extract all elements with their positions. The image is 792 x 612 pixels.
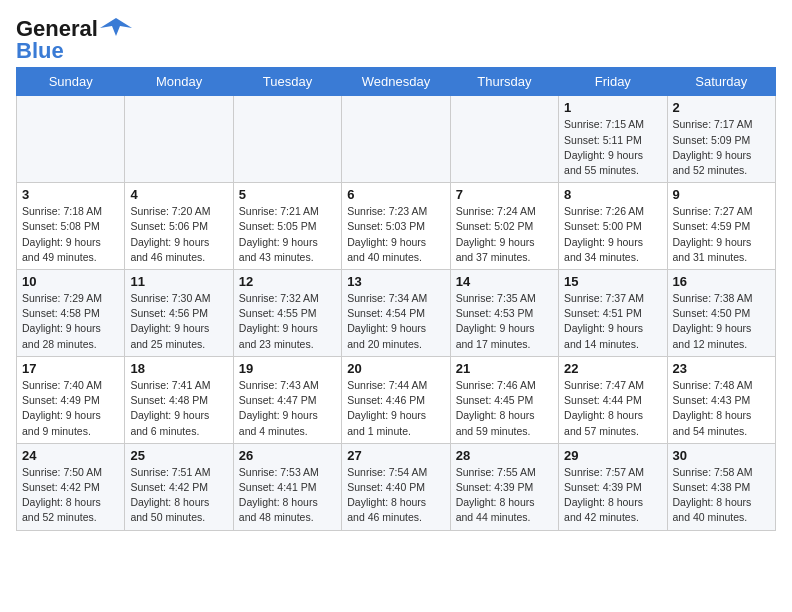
calendar-cell-4-4: 28Sunrise: 7:55 AM Sunset: 4:39 PM Dayli… (450, 443, 558, 530)
day-info: Sunrise: 7:54 AM Sunset: 4:40 PM Dayligh… (347, 465, 444, 526)
calendar-cell-3-0: 17Sunrise: 7:40 AM Sunset: 4:49 PM Dayli… (17, 356, 125, 443)
day-number: 28 (456, 448, 553, 463)
day-info: Sunrise: 7:30 AM Sunset: 4:56 PM Dayligh… (130, 291, 227, 352)
day-number: 23 (673, 361, 770, 376)
day-info: Sunrise: 7:43 AM Sunset: 4:47 PM Dayligh… (239, 378, 336, 439)
day-number: 17 (22, 361, 119, 376)
day-number: 10 (22, 274, 119, 289)
week-row-0: 1Sunrise: 7:15 AM Sunset: 5:11 PM Daylig… (17, 96, 776, 183)
day-number: 29 (564, 448, 661, 463)
day-info: Sunrise: 7:15 AM Sunset: 5:11 PM Dayligh… (564, 117, 661, 178)
day-info: Sunrise: 7:44 AM Sunset: 4:46 PM Dayligh… (347, 378, 444, 439)
calendar-cell-3-6: 23Sunrise: 7:48 AM Sunset: 4:43 PM Dayli… (667, 356, 775, 443)
day-info: Sunrise: 7:41 AM Sunset: 4:48 PM Dayligh… (130, 378, 227, 439)
day-number: 3 (22, 187, 119, 202)
day-info: Sunrise: 7:37 AM Sunset: 4:51 PM Dayligh… (564, 291, 661, 352)
week-row-4: 24Sunrise: 7:50 AM Sunset: 4:42 PM Dayli… (17, 443, 776, 530)
calendar-cell-4-5: 29Sunrise: 7:57 AM Sunset: 4:39 PM Dayli… (559, 443, 667, 530)
calendar-cell-2-5: 15Sunrise: 7:37 AM Sunset: 4:51 PM Dayli… (559, 270, 667, 357)
calendar-table: SundayMondayTuesdayWednesdayThursdayFrid… (16, 67, 776, 530)
day-number: 8 (564, 187, 661, 202)
day-info: Sunrise: 7:17 AM Sunset: 5:09 PM Dayligh… (673, 117, 770, 178)
day-info: Sunrise: 7:51 AM Sunset: 4:42 PM Dayligh… (130, 465, 227, 526)
day-number: 14 (456, 274, 553, 289)
day-number: 5 (239, 187, 336, 202)
day-info: Sunrise: 7:20 AM Sunset: 5:06 PM Dayligh… (130, 204, 227, 265)
weekday-header-wednesday: Wednesday (342, 68, 450, 96)
weekday-header-friday: Friday (559, 68, 667, 96)
calendar-cell-1-4: 7Sunrise: 7:24 AM Sunset: 5:02 PM Daylig… (450, 183, 558, 270)
day-number: 30 (673, 448, 770, 463)
calendar-cell-2-2: 12Sunrise: 7:32 AM Sunset: 4:55 PM Dayli… (233, 270, 341, 357)
day-info: Sunrise: 7:53 AM Sunset: 4:41 PM Dayligh… (239, 465, 336, 526)
calendar-cell-3-1: 18Sunrise: 7:41 AM Sunset: 4:48 PM Dayli… (125, 356, 233, 443)
day-info: Sunrise: 7:32 AM Sunset: 4:55 PM Dayligh… (239, 291, 336, 352)
calendar-cell-2-1: 11Sunrise: 7:30 AM Sunset: 4:56 PM Dayli… (125, 270, 233, 357)
calendar-cell-1-0: 3Sunrise: 7:18 AM Sunset: 5:08 PM Daylig… (17, 183, 125, 270)
calendar-cell-3-2: 19Sunrise: 7:43 AM Sunset: 4:47 PM Dayli… (233, 356, 341, 443)
day-info: Sunrise: 7:50 AM Sunset: 4:42 PM Dayligh… (22, 465, 119, 526)
day-number: 15 (564, 274, 661, 289)
week-row-2: 10Sunrise: 7:29 AM Sunset: 4:58 PM Dayli… (17, 270, 776, 357)
header: General Blue (16, 16, 776, 63)
calendar-cell-1-3: 6Sunrise: 7:23 AM Sunset: 5:03 PM Daylig… (342, 183, 450, 270)
day-info: Sunrise: 7:23 AM Sunset: 5:03 PM Dayligh… (347, 204, 444, 265)
calendar-cell-2-3: 13Sunrise: 7:34 AM Sunset: 4:54 PM Dayli… (342, 270, 450, 357)
weekday-header-thursday: Thursday (450, 68, 558, 96)
day-number: 25 (130, 448, 227, 463)
day-number: 9 (673, 187, 770, 202)
day-info: Sunrise: 7:26 AM Sunset: 5:00 PM Dayligh… (564, 204, 661, 265)
day-info: Sunrise: 7:47 AM Sunset: 4:44 PM Dayligh… (564, 378, 661, 439)
calendar-cell-0-3 (342, 96, 450, 183)
calendar-cell-0-6: 2Sunrise: 7:17 AM Sunset: 5:09 PM Daylig… (667, 96, 775, 183)
week-row-1: 3Sunrise: 7:18 AM Sunset: 5:08 PM Daylig… (17, 183, 776, 270)
calendar-cell-2-6: 16Sunrise: 7:38 AM Sunset: 4:50 PM Dayli… (667, 270, 775, 357)
day-number: 2 (673, 100, 770, 115)
day-info: Sunrise: 7:27 AM Sunset: 4:59 PM Dayligh… (673, 204, 770, 265)
day-number: 16 (673, 274, 770, 289)
day-number: 27 (347, 448, 444, 463)
day-number: 13 (347, 274, 444, 289)
weekday-header-saturday: Saturday (667, 68, 775, 96)
day-info: Sunrise: 7:34 AM Sunset: 4:54 PM Dayligh… (347, 291, 444, 352)
calendar-cell-0-1 (125, 96, 233, 183)
calendar-cell-1-5: 8Sunrise: 7:26 AM Sunset: 5:00 PM Daylig… (559, 183, 667, 270)
day-info: Sunrise: 7:29 AM Sunset: 4:58 PM Dayligh… (22, 291, 119, 352)
calendar-cell-0-2 (233, 96, 341, 183)
day-info: Sunrise: 7:21 AM Sunset: 5:05 PM Dayligh… (239, 204, 336, 265)
day-info: Sunrise: 7:57 AM Sunset: 4:39 PM Dayligh… (564, 465, 661, 526)
logo-bird-icon (100, 14, 132, 42)
day-number: 18 (130, 361, 227, 376)
day-info: Sunrise: 7:40 AM Sunset: 4:49 PM Dayligh… (22, 378, 119, 439)
day-number: 22 (564, 361, 661, 376)
page-container: General Blue SundayMondayTuesdayWednesda… (0, 0, 792, 541)
calendar-cell-4-3: 27Sunrise: 7:54 AM Sunset: 4:40 PM Dayli… (342, 443, 450, 530)
day-info: Sunrise: 7:18 AM Sunset: 5:08 PM Dayligh… (22, 204, 119, 265)
day-number: 24 (22, 448, 119, 463)
logo: General Blue (16, 16, 132, 63)
day-info: Sunrise: 7:38 AM Sunset: 4:50 PM Dayligh… (673, 291, 770, 352)
calendar-cell-3-3: 20Sunrise: 7:44 AM Sunset: 4:46 PM Dayli… (342, 356, 450, 443)
calendar-cell-1-2: 5Sunrise: 7:21 AM Sunset: 5:05 PM Daylig… (233, 183, 341, 270)
calendar-cell-4-6: 30Sunrise: 7:58 AM Sunset: 4:38 PM Dayli… (667, 443, 775, 530)
calendar-cell-2-4: 14Sunrise: 7:35 AM Sunset: 4:53 PM Dayli… (450, 270, 558, 357)
day-number: 12 (239, 274, 336, 289)
calendar-cell-0-0 (17, 96, 125, 183)
weekday-header-sunday: Sunday (17, 68, 125, 96)
day-info: Sunrise: 7:24 AM Sunset: 5:02 PM Dayligh… (456, 204, 553, 265)
calendar-cell-3-4: 21Sunrise: 7:46 AM Sunset: 4:45 PM Dayli… (450, 356, 558, 443)
day-number: 7 (456, 187, 553, 202)
day-number: 21 (456, 361, 553, 376)
day-info: Sunrise: 7:58 AM Sunset: 4:38 PM Dayligh… (673, 465, 770, 526)
day-info: Sunrise: 7:55 AM Sunset: 4:39 PM Dayligh… (456, 465, 553, 526)
day-number: 1 (564, 100, 661, 115)
svg-marker-0 (100, 18, 132, 36)
day-number: 11 (130, 274, 227, 289)
day-number: 4 (130, 187, 227, 202)
calendar-cell-1-1: 4Sunrise: 7:20 AM Sunset: 5:06 PM Daylig… (125, 183, 233, 270)
week-row-3: 17Sunrise: 7:40 AM Sunset: 4:49 PM Dayli… (17, 356, 776, 443)
calendar-cell-4-1: 25Sunrise: 7:51 AM Sunset: 4:42 PM Dayli… (125, 443, 233, 530)
calendar-cell-0-4 (450, 96, 558, 183)
day-number: 19 (239, 361, 336, 376)
day-number: 20 (347, 361, 444, 376)
